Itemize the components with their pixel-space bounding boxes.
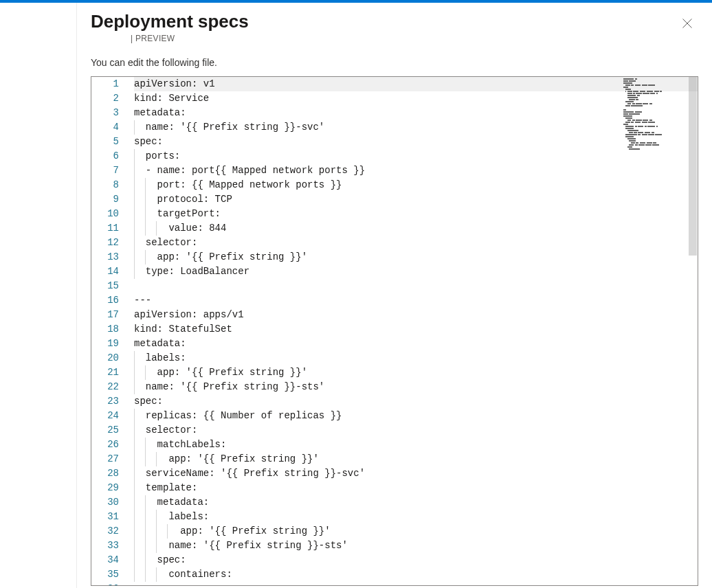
code-text: containers: <box>134 569 232 580</box>
line-number: 24 <box>91 409 129 423</box>
code-text: matchLabels: <box>134 439 226 450</box>
line-number: 23 <box>91 394 129 409</box>
code-line[interactable]: spec: <box>134 553 698 567</box>
line-number: 12 <box>91 236 129 250</box>
code-line[interactable]: app: '{{ Prefix string }}' <box>134 250 698 264</box>
code-line[interactable]: targetPort: <box>134 207 698 221</box>
code-text: app: '{{ Prefix string }}' <box>134 251 307 262</box>
line-number: 10 <box>91 207 129 221</box>
line-number: 35 <box>91 567 129 582</box>
code-line[interactable] <box>134 279 698 293</box>
line-number: 11 <box>91 221 129 236</box>
line-number: 2 <box>91 91 129 106</box>
panel-title: Deployment specs <box>91 11 249 32</box>
code-line[interactable]: kind: StatefulSet <box>134 322 698 337</box>
line-number: 18 <box>91 322 129 337</box>
code-line[interactable]: app: '{{ Prefix string }}' <box>134 452 698 466</box>
code-text: name: '{{ Prefix string }}-sts' <box>134 540 348 551</box>
code-line[interactable]: metadata: <box>134 495 698 510</box>
code-text: app: '{{ Prefix string }}' <box>134 525 331 536</box>
code-text: selector: <box>134 237 197 248</box>
code-line[interactable]: - name: port{{ Mapped network ports }} <box>134 163 698 178</box>
line-number: 4 <box>91 120 129 135</box>
code-line[interactable]: apiVersion: apps/v1 <box>134 308 698 322</box>
line-number: 21 <box>91 365 129 380</box>
line-number: 19 <box>91 337 129 351</box>
code-text: labels: <box>134 352 186 363</box>
code-line[interactable]: labels: <box>134 510 698 524</box>
close-button[interactable] <box>676 12 698 34</box>
code-line[interactable]: ports: <box>134 149 698 163</box>
code-line[interactable]: selector: <box>134 423 698 438</box>
code-text: name: '{{ Prefix string }}-svc' <box>134 122 324 133</box>
code-text: apiVersion: v1 <box>134 78 215 89</box>
code-line[interactable]: --- <box>134 293 698 308</box>
code-line[interactable]: metadata: <box>134 337 698 351</box>
code-line[interactable]: port: {{ Mapped network ports }} <box>134 178 698 192</box>
code-line[interactable]: name: '{{ Prefix string }}-svc' <box>134 120 698 135</box>
code-line[interactable]: selector: <box>134 236 698 250</box>
code-text: --- <box>134 295 151 306</box>
code-line[interactable]: replicas: {{ Number of replicas }} <box>134 409 698 423</box>
line-number: 26 <box>91 438 129 452</box>
code-line[interactable]: serviceName: '{{ Prefix string }}-svc' <box>134 466 698 481</box>
vertical-scrollbar[interactable] <box>688 77 698 585</box>
line-number: 28 <box>91 466 129 481</box>
code-line[interactable]: apiVersion: v1 <box>134 77 698 91</box>
code-text: spec: <box>134 136 163 147</box>
code-text: value: 844 <box>134 223 226 234</box>
line-number: 25 <box>91 423 129 438</box>
line-number-gutter: 1234567891011121314151617181920212223242… <box>91 77 129 585</box>
line-number: 17 <box>91 308 129 322</box>
code-text: spec: <box>134 554 186 565</box>
code-line[interactable]: kind: Service <box>134 91 698 106</box>
panel-subtext: You can edit the following file. <box>91 57 698 68</box>
close-icon <box>682 19 692 28</box>
code-text: selector: <box>134 425 197 436</box>
code-line[interactable]: labels: <box>134 351 698 365</box>
code-line[interactable]: name: '{{ Prefix string }}-sts' <box>134 380 698 394</box>
code-line[interactable]: template: <box>134 481 698 495</box>
line-number: 7 <box>91 163 129 178</box>
line-number: 13 <box>91 250 129 264</box>
scrollbar-thumb[interactable] <box>689 77 697 256</box>
code-text: type: LoadBalancer <box>134 266 249 277</box>
code-text: port: {{ Mapped network ports }} <box>134 179 342 190</box>
code-line[interactable]: spec: <box>134 394 698 409</box>
code-line[interactable]: spec: <box>134 135 698 149</box>
code-line[interactable]: type: LoadBalancer <box>134 264 698 279</box>
line-number: 15 <box>91 279 129 293</box>
code-line[interactable]: app: '{{ Prefix string }}' <box>134 365 698 380</box>
line-number: 34 <box>91 553 129 567</box>
line-number: 29 <box>91 481 129 495</box>
line-number: 6 <box>91 149 129 163</box>
code-text: kind: Service <box>134 93 209 104</box>
code-line[interactable]: matchLabels: <box>134 438 698 452</box>
line-number: 9 <box>91 192 129 207</box>
line-number: 32 <box>91 524 129 539</box>
line-number: 3 <box>91 106 129 120</box>
code-text-area[interactable]: apiVersion: v1kind: Servicemetadata: nam… <box>129 77 698 585</box>
minimap[interactable] <box>623 78 688 161</box>
line-number: 1 <box>91 77 129 91</box>
line-number: 36 <box>91 582 129 586</box>
code-line[interactable]: containers: <box>134 567 698 582</box>
line-number: 30 <box>91 495 129 510</box>
code-text: serviceName: '{{ Prefix string }}-svc' <box>134 468 365 479</box>
line-number: 8 <box>91 178 129 192</box>
code-line[interactable]: protocol: TCP <box>134 192 698 207</box>
code-line[interactable]: app: '{{ Prefix string }}' <box>134 524 698 539</box>
code-text: app: '{{ Prefix string }}' <box>134 367 307 378</box>
code-line[interactable]: metadata: <box>134 106 698 120</box>
code-text: protocol: TCP <box>134 194 232 205</box>
left-empty-gutter <box>0 3 77 588</box>
code-text: metadata: <box>134 107 186 118</box>
code-text: app: '{{ Prefix string }}' <box>134 453 319 464</box>
line-number: 27 <box>91 452 129 466</box>
code-editor[interactable]: 1234567891011121314151617181920212223242… <box>91 76 698 586</box>
preview-badge: | PREVIEW <box>131 34 249 43</box>
code-text: metadata: <box>134 338 186 349</box>
code-line[interactable]: value: 844 <box>134 221 698 236</box>
line-number: 16 <box>91 293 129 308</box>
code-line[interactable]: name: '{{ Prefix string }}-sts' <box>134 539 698 553</box>
